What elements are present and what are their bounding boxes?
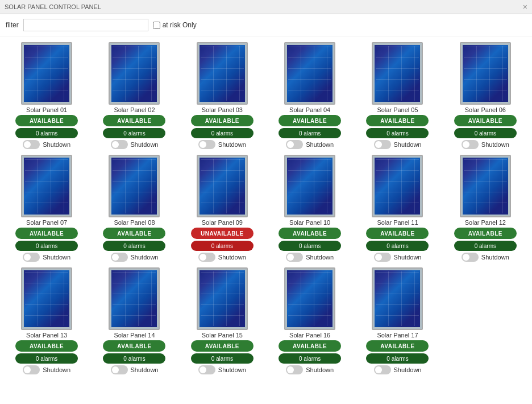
panel-status-1[interactable]: AVAILABLE bbox=[15, 115, 78, 126]
panel-status-15[interactable]: AVAILABLE bbox=[191, 340, 253, 352]
panel-alarms-5: 0 alarms bbox=[366, 128, 429, 138]
panel-shutdown-toggle-15[interactable] bbox=[198, 365, 215, 374]
panel-image-8 bbox=[109, 155, 160, 217]
panel-shutdown-label-8: Shutdown bbox=[131, 254, 159, 261]
panel-shutdown-row-4: Shutdown bbox=[286, 140, 334, 149]
panel-shutdown-label-9: Shutdown bbox=[218, 254, 246, 261]
panel-alarms-12: 0 alarms bbox=[454, 241, 517, 251]
panel-shutdown-row-3: Shutdown bbox=[198, 140, 246, 149]
panel-image-6 bbox=[460, 42, 511, 105]
panel-image-2 bbox=[109, 42, 160, 105]
panel-name-5: Solar Panel 05 bbox=[377, 106, 418, 113]
panels-grid: Solar Panel 01AVAILABLE0 alarmsShutdownS… bbox=[0, 36, 532, 380]
panel-status-16[interactable]: AVAILABLE bbox=[279, 340, 341, 352]
panel-image-16 bbox=[284, 267, 335, 330]
panel-image-12 bbox=[460, 155, 511, 217]
panel-shutdown-label-16: Shutdown bbox=[306, 366, 334, 373]
panel-card-1: Solar Panel 01AVAILABLE0 alarmsShutdown bbox=[6, 42, 88, 149]
panel-alarms-4: 0 alarms bbox=[279, 128, 341, 138]
panel-name-14: Solar Panel 14 bbox=[114, 332, 155, 339]
panel-status-2[interactable]: AVAILABLE bbox=[103, 115, 165, 126]
panel-image-17 bbox=[372, 267, 423, 330]
panel-status-9[interactable]: UNAVAILABLE bbox=[191, 228, 253, 239]
panel-status-3[interactable]: AVAILABLE bbox=[191, 115, 253, 126]
panel-image-14 bbox=[109, 267, 160, 330]
panel-status-8[interactable]: AVAILABLE bbox=[103, 228, 165, 239]
panel-shutdown-toggle-16[interactable] bbox=[286, 365, 303, 374]
panel-status-6[interactable]: AVAILABLE bbox=[454, 115, 517, 126]
panel-shutdown-row-8: Shutdown bbox=[111, 253, 159, 262]
panel-shutdown-toggle-8[interactable] bbox=[111, 253, 128, 262]
panel-shutdown-toggle-6[interactable] bbox=[462, 140, 479, 149]
panel-image-4 bbox=[284, 42, 335, 105]
panel-shutdown-label-15: Shutdown bbox=[218, 366, 246, 373]
panel-shutdown-row-1: Shutdown bbox=[23, 140, 70, 149]
panel-shutdown-toggle-9[interactable] bbox=[198, 253, 215, 262]
panel-card-5: Solar Panel 05AVAILABLE0 alarmsShutdown bbox=[356, 42, 438, 149]
panel-name-17: Solar Panel 17 bbox=[377, 332, 418, 339]
panel-shutdown-toggle-5[interactable] bbox=[374, 140, 391, 149]
panel-shutdown-toggle-13[interactable] bbox=[23, 365, 40, 374]
filter-label: filter bbox=[6, 21, 19, 29]
filter-bar: filter at risk Only bbox=[0, 14, 532, 36]
panel-status-10[interactable]: AVAILABLE bbox=[279, 228, 341, 239]
panel-shutdown-toggle-1[interactable] bbox=[23, 140, 40, 149]
panel-status-12[interactable]: AVAILABLE bbox=[454, 228, 517, 239]
at-risk-checkbox-label[interactable]: at risk Only bbox=[153, 21, 197, 29]
panel-name-2: Solar Panel 02 bbox=[114, 106, 155, 113]
panel-shutdown-row-5: Shutdown bbox=[374, 140, 422, 149]
panel-card-16: Solar Panel 16AVAILABLE0 alarmsShutdown bbox=[269, 267, 351, 374]
panel-shutdown-label-6: Shutdown bbox=[481, 141, 509, 148]
panel-name-10: Solar Panel 10 bbox=[289, 219, 330, 226]
panel-name-8: Solar Panel 08 bbox=[114, 219, 155, 226]
panel-shutdown-toggle-7[interactable] bbox=[23, 253, 40, 262]
panel-shutdown-toggle-14[interactable] bbox=[111, 365, 128, 374]
panel-status-17[interactable]: AVAILABLE bbox=[366, 340, 429, 352]
filter-input[interactable] bbox=[23, 19, 148, 31]
panel-shutdown-row-6: Shutdown bbox=[462, 140, 509, 149]
panel-card-9: Solar Panel 09UNAVAILABLE0 alarmsShutdow… bbox=[181, 155, 263, 262]
panel-image-9 bbox=[197, 155, 248, 217]
panel-card-2: Solar Panel 02AVAILABLE0 alarmsShutdown bbox=[93, 42, 175, 149]
panel-alarms-13: 0 alarms bbox=[15, 353, 78, 364]
panel-shutdown-toggle-17[interactable] bbox=[374, 365, 391, 374]
panel-status-7[interactable]: AVAILABLE bbox=[15, 228, 78, 239]
panel-alarms-16: 0 alarms bbox=[279, 353, 341, 364]
panel-shutdown-toggle-10[interactable] bbox=[286, 253, 303, 262]
panel-image-13 bbox=[21, 267, 72, 330]
panel-alarms-8: 0 alarms bbox=[103, 241, 165, 251]
panel-status-11[interactable]: AVAILABLE bbox=[366, 228, 429, 239]
panel-card-4: Solar Panel 04AVAILABLE0 alarmsShutdown bbox=[269, 42, 351, 149]
panel-card-6: Solar Panel 06AVAILABLE0 alarmsShutdown bbox=[444, 42, 526, 149]
panel-shutdown-row-12: Shutdown bbox=[462, 253, 509, 262]
panel-shutdown-row-13: Shutdown bbox=[23, 365, 70, 374]
panel-card-14: Solar Panel 14AVAILABLE0 alarmsShutdown bbox=[93, 267, 175, 374]
at-risk-checkbox[interactable] bbox=[153, 22, 160, 29]
panel-shutdown-toggle-4[interactable] bbox=[286, 140, 303, 149]
panel-shutdown-label-7: Shutdown bbox=[43, 254, 70, 261]
panel-status-13[interactable]: AVAILABLE bbox=[15, 340, 78, 352]
panel-shutdown-label-13: Shutdown bbox=[43, 366, 70, 373]
at-risk-label-text: at risk Only bbox=[163, 21, 197, 29]
panel-status-5[interactable]: AVAILABLE bbox=[366, 115, 429, 126]
panel-image-5 bbox=[372, 42, 423, 105]
panel-status-14[interactable]: AVAILABLE bbox=[103, 340, 165, 352]
panel-name-15: Solar Panel 15 bbox=[202, 332, 243, 339]
panel-shutdown-row-2: Shutdown bbox=[111, 140, 159, 149]
panel-shutdown-toggle-2[interactable] bbox=[111, 140, 128, 149]
panel-shutdown-label-4: Shutdown bbox=[306, 141, 334, 148]
panel-alarms-11: 0 alarms bbox=[366, 241, 429, 251]
panel-status-4[interactable]: AVAILABLE bbox=[279, 115, 341, 126]
panel-shutdown-row-10: Shutdown bbox=[286, 253, 334, 262]
panel-image-7 bbox=[21, 155, 72, 217]
panel-name-13: Solar Panel 13 bbox=[26, 332, 67, 339]
panel-shutdown-label-12: Shutdown bbox=[481, 254, 509, 261]
panel-name-6: Solar Panel 06 bbox=[465, 106, 506, 113]
panel-card-7: Solar Panel 07AVAILABLE0 alarmsShutdown bbox=[6, 155, 88, 262]
panel-image-15 bbox=[197, 267, 248, 330]
panel-shutdown-toggle-12[interactable] bbox=[462, 253, 479, 262]
close-icon[interactable]: × bbox=[523, 2, 527, 11]
panel-shutdown-toggle-11[interactable] bbox=[374, 253, 391, 262]
panel-shutdown-row-7: Shutdown bbox=[23, 253, 70, 262]
panel-shutdown-toggle-3[interactable] bbox=[198, 140, 215, 149]
